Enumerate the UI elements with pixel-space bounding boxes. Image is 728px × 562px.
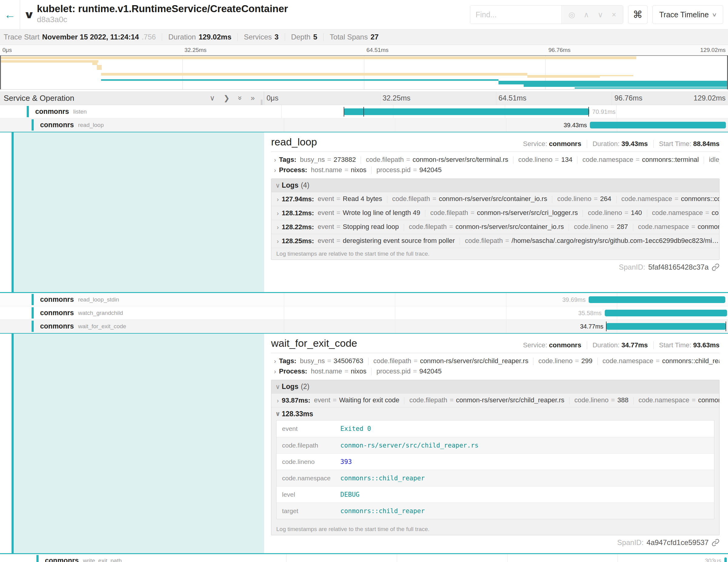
kv-pair: code.lineno=140 bbox=[588, 209, 642, 216]
expanded-log-header[interactable]: ∨ 128.33ms bbox=[271, 407, 719, 420]
minimap-span bbox=[1, 60, 98, 63]
span-bar[interactable] bbox=[590, 122, 726, 128]
span-service[interactable]: conmonrs bbox=[35, 107, 69, 116]
logs-header[interactable]: ∨ Logs (4) bbox=[271, 179, 719, 192]
kv-pair: event=deregistering event source from po… bbox=[318, 237, 455, 244]
log-entry[interactable]: ›128.12ms:event=Wrote log line of length… bbox=[271, 206, 719, 220]
command-icon: ⌘ bbox=[633, 9, 643, 20]
span-color-accent bbox=[32, 321, 34, 332]
span-color-accent bbox=[32, 294, 34, 305]
back-button[interactable]: ← bbox=[0, 0, 20, 29]
kv-pair: code.filepath=conmon-rs/server/src/child… bbox=[409, 396, 564, 404]
trace-title-block: ∨ kubelet: runtime.v1.RuntimeService/Cre… bbox=[20, 0, 470, 29]
kv-pair: code.namespace=conmonrs::terminal bbox=[582, 156, 699, 163]
log-entry[interactable]: ›128.22ms:event=Stopping read loopcode.f… bbox=[271, 220, 719, 234]
find-next-icon[interactable]: ∨ bbox=[598, 10, 603, 19]
log-field-row: code.namespaceconmonrs::child_reaper bbox=[277, 470, 714, 486]
column-resize-handle[interactable]: ∥ bbox=[260, 99, 263, 105]
chevron-down-icon: ∨ bbox=[712, 12, 717, 18]
logs-header[interactable]: ∨ Logs (2) bbox=[271, 380, 719, 393]
span-row-read-loop-stdin[interactable]: conmonrs read_loop_stdin 39.69ms bbox=[0, 293, 728, 306]
link-icon[interactable] bbox=[712, 263, 719, 271]
logs-note: Log timestamps are relative to the start… bbox=[271, 248, 719, 260]
service-operation-label: Service & Operation bbox=[4, 94, 74, 103]
span-row-wait-for-exit-code[interactable]: conmonrs wait_for_exit_code 34.77ms bbox=[0, 320, 728, 333]
log-field-row: code.filepathconmon-rs/server/src/child_… bbox=[277, 437, 714, 453]
span-service[interactable]: conmonrs bbox=[40, 295, 74, 304]
span-operation: listen bbox=[73, 108, 87, 115]
expand-all-icon[interactable]: » bbox=[251, 94, 255, 102]
span-service[interactable]: conmonrs bbox=[40, 121, 74, 129]
collapse-all-icon[interactable]: » bbox=[236, 96, 244, 100]
span-service[interactable]: conmonrs bbox=[45, 557, 79, 562]
detail-indent-panel bbox=[14, 132, 264, 292]
span-bar[interactable] bbox=[606, 323, 726, 330]
kv-pair: code.lineno=287 bbox=[574, 223, 628, 230]
find-prev-icon[interactable]: ∧ bbox=[583, 10, 589, 19]
service-value: conmonrs bbox=[549, 140, 581, 148]
span-row-watch-grandchild[interactable]: conmonrs watch_grandchild 35.58ms bbox=[0, 306, 728, 320]
view-selector-button[interactable]: Trace Timeline ∨ bbox=[652, 5, 723, 24]
minimap-canvas[interactable] bbox=[0, 55, 728, 89]
timeline-minimap[interactable]: 0μs32.25ms64.51ms96.76ms129.02ms bbox=[0, 45, 728, 90]
span-bar[interactable] bbox=[605, 310, 727, 316]
kv-pair: code.namespace=conmonrs::child_reap… bbox=[603, 357, 719, 365]
chevron-right-icon: › bbox=[274, 397, 282, 404]
span-detail-wait-for-exit-code: wait_for_exit_code Service:conmonrs Dura… bbox=[0, 333, 728, 554]
span-row-read-loop[interactable]: conmonrs read_loop 39.43ms bbox=[0, 118, 728, 132]
shortcuts-button[interactable]: ⌘ bbox=[628, 5, 648, 24]
find-input[interactable] bbox=[470, 5, 562, 24]
collapse-header-icon[interactable]: ∨ bbox=[23, 9, 35, 29]
kv-pair: host.name=nixos bbox=[311, 367, 366, 375]
spanid-value: 5faf48165428c37a bbox=[648, 263, 709, 271]
log-field-row: targetconmonrs::child_reaper bbox=[277, 502, 714, 519]
detail-indent-panel bbox=[14, 334, 264, 553]
span-service[interactable]: conmonrs bbox=[40, 309, 74, 317]
tags-list: busy_ns=273882code.filepath=conmon-rs/se… bbox=[300, 156, 719, 164]
process-row[interactable]: › Process: host.name=nixosprocess.pid=94… bbox=[271, 165, 719, 175]
log-fields-table: eventExited 0code.filepathconmon-rs/serv… bbox=[276, 420, 714, 519]
span-row-listen[interactable]: conmonrs listen 70.91ms bbox=[0, 105, 728, 118]
duration-label: Duration: bbox=[593, 140, 620, 148]
app-header: ← ∨ kubelet: runtime.v1.RuntimeService/C… bbox=[0, 0, 728, 29]
span-row-write-exit-path[interactable]: conmonrs write_exit_path 303μs bbox=[0, 554, 728, 562]
span-service[interactable]: conmonrs bbox=[40, 322, 74, 330]
log-entry[interactable]: ›93.87ms:event=Waiting for exit codecode… bbox=[271, 393, 719, 407]
kv-pair: code.filepath=/home/sascha/.cargo/regist… bbox=[465, 237, 719, 244]
tick-label: 32.25ms bbox=[380, 94, 413, 102]
tags-row[interactable]: › Tags: busy_ns=273882code.filepath=conm… bbox=[271, 155, 719, 165]
kv-pair: event=Stopping read loop bbox=[318, 223, 399, 230]
kv-pair: code.lineno=299 bbox=[538, 357, 592, 365]
find-target-icon[interactable]: ◎ bbox=[568, 10, 575, 19]
logs-list: ›93.87ms:event=Waiting for exit codecode… bbox=[271, 393, 719, 407]
process-label: Process: bbox=[279, 367, 307, 375]
kv-pair: idle_n… bbox=[709, 156, 719, 163]
services-value: 3 bbox=[274, 33, 278, 41]
detail-title: wait_for_exit_code bbox=[271, 337, 357, 349]
detail-color-accent bbox=[12, 334, 14, 553]
span-operation: read_loop bbox=[78, 122, 104, 128]
span-bar[interactable] bbox=[344, 108, 589, 115]
kv-pair: code.filepath=conmon-rs/server/src/conta… bbox=[392, 195, 547, 203]
tick-label: 129.02ms bbox=[698, 47, 728, 53]
header-toolbar: ◎ ∧ ∨ × ⌘ Trace Timeline ∨ bbox=[470, 0, 728, 29]
span-bar[interactable] bbox=[724, 557, 726, 562]
find-clear-icon[interactable]: × bbox=[612, 10, 616, 19]
span-operation: wait_for_exit_code bbox=[78, 323, 126, 330]
expand-one-icon[interactable]: ❯ bbox=[223, 94, 230, 102]
chevron-right-icon: › bbox=[271, 166, 279, 174]
kv-pair: code.namespace=conmonrs::co… bbox=[621, 195, 719, 203]
log-entry[interactable]: ›128.25ms:event=deregistering event sour… bbox=[271, 234, 719, 248]
trace-id: d8a3a0c bbox=[37, 15, 288, 24]
log-entry[interactable]: ›127.94ms:event=Read 4 bytescode.filepat… bbox=[271, 192, 719, 206]
minimap-span bbox=[97, 65, 102, 70]
tags-row[interactable]: › Tags: busy_ns=34506763code.filepath=co… bbox=[271, 356, 719, 366]
collapse-one-icon[interactable]: ∨ bbox=[210, 94, 215, 102]
service-operation-header: Service & Operation ∨ ❯ » » ∥ bbox=[0, 91, 264, 105]
tick-label: 0μs bbox=[0, 47, 14, 53]
link-icon[interactable] bbox=[712, 539, 719, 547]
process-row[interactable]: › Process: host.name=nixosprocess.pid=94… bbox=[271, 366, 719, 376]
span-bar[interactable] bbox=[589, 296, 725, 303]
grid-header: Service & Operation ∨ ❯ » » ∥ 0μs32.25ms… bbox=[0, 91, 728, 105]
kv-pair: event=Waiting for exit code bbox=[314, 396, 399, 404]
